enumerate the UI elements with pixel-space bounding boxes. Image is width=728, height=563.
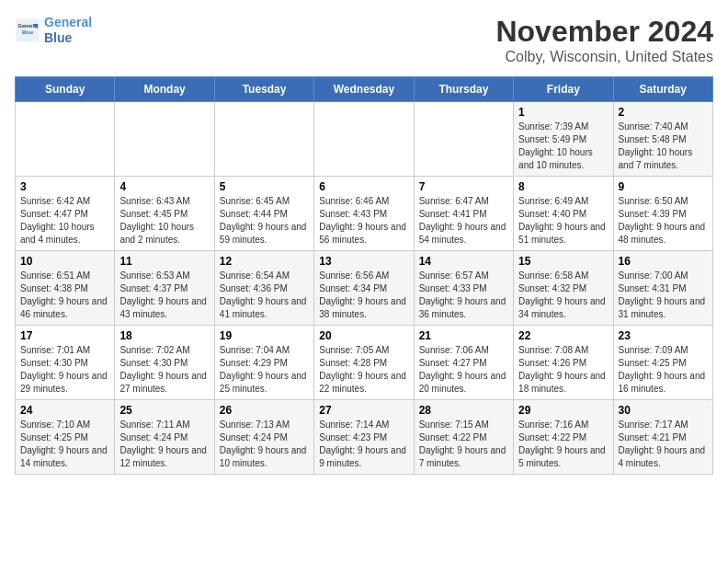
calendar-cell: 27Sunrise: 7:14 AM Sunset: 4:23 PM Dayli… <box>314 400 414 475</box>
day-number: 17 <box>20 329 109 342</box>
day-info: Sunrise: 6:46 AM Sunset: 4:43 PM Dayligh… <box>319 195 408 247</box>
day-info: Sunrise: 6:54 AM Sunset: 4:36 PM Dayligh… <box>220 270 309 321</box>
day-number: 14 <box>419 255 508 268</box>
calendar-cell: 30Sunrise: 7:17 AM Sunset: 4:21 PM Dayli… <box>613 400 712 475</box>
day-info: Sunrise: 7:10 AM Sunset: 4:25 PM Dayligh… <box>20 419 109 470</box>
day-number: 1 <box>518 106 608 119</box>
day-number: 30 <box>619 404 708 417</box>
calendar-cell: 5Sunrise: 6:45 AM Sunset: 4:44 PM Daylig… <box>214 177 313 251</box>
calendar-cell: 25Sunrise: 7:11 AM Sunset: 4:24 PM Dayli… <box>115 400 214 475</box>
calendar-cell <box>214 102 313 177</box>
day-number: 29 <box>518 404 608 417</box>
day-info: Sunrise: 7:14 AM Sunset: 4:23 PM Dayligh… <box>319 419 408 470</box>
calendar-cell: 20Sunrise: 7:05 AM Sunset: 4:28 PM Dayli… <box>314 326 414 400</box>
calendar-table: SundayMondayTuesdayWednesdayThursdayFrid… <box>15 76 713 475</box>
day-number: 22 <box>518 329 608 342</box>
day-info: Sunrise: 6:43 AM Sunset: 4:45 PM Dayligh… <box>119 195 209 247</box>
logo-icon: General Blue <box>15 17 40 43</box>
day-info: Sunrise: 7:01 AM Sunset: 4:30 PM Dayligh… <box>20 344 109 396</box>
calendar-cell: 28Sunrise: 7:15 AM Sunset: 4:22 PM Dayli… <box>414 400 513 475</box>
calendar-cell: 19Sunrise: 7:04 AM Sunset: 4:29 PM Dayli… <box>214 326 313 400</box>
day-info: Sunrise: 6:47 AM Sunset: 4:41 PM Dayligh… <box>419 195 508 247</box>
logo: General Blue General Blue <box>15 15 92 46</box>
day-number: 25 <box>119 404 209 417</box>
calendar-cell: 10Sunrise: 6:51 AM Sunset: 4:38 PM Dayli… <box>16 251 115 326</box>
day-number: 3 <box>20 180 109 193</box>
day-header-thursday: Thursday <box>414 77 513 102</box>
calendar-cell: 26Sunrise: 7:13 AM Sunset: 4:24 PM Dayli… <box>214 400 313 475</box>
day-info: Sunrise: 7:06 AM Sunset: 4:27 PM Dayligh… <box>419 344 508 396</box>
day-info: Sunrise: 6:51 AM Sunset: 4:38 PM Dayligh… <box>20 270 109 321</box>
title-area: November 2024 Colby, Wisconsin, United S… <box>495 15 713 65</box>
day-info: Sunrise: 7:05 AM Sunset: 4:28 PM Dayligh… <box>319 344 408 396</box>
day-header-wednesday: Wednesday <box>314 77 414 102</box>
day-info: Sunrise: 6:58 AM Sunset: 4:32 PM Dayligh… <box>518 270 608 321</box>
day-info: Sunrise: 7:00 AM Sunset: 4:31 PM Dayligh… <box>619 270 708 321</box>
day-info: Sunrise: 6:56 AM Sunset: 4:34 PM Dayligh… <box>319 270 408 321</box>
day-info: Sunrise: 7:16 AM Sunset: 4:22 PM Dayligh… <box>518 419 608 470</box>
calendar-cell: 18Sunrise: 7:02 AM Sunset: 4:30 PM Dayli… <box>115 326 214 400</box>
day-number: 28 <box>419 404 508 417</box>
day-info: Sunrise: 7:13 AM Sunset: 4:24 PM Dayligh… <box>220 419 309 470</box>
day-number: 15 <box>518 255 608 268</box>
day-info: Sunrise: 7:15 AM Sunset: 4:22 PM Dayligh… <box>419 419 508 470</box>
day-header-sunday: Sunday <box>16 77 115 102</box>
day-number: 9 <box>619 180 708 193</box>
logo-text: General Blue <box>44 15 92 46</box>
day-header-friday: Friday <box>514 77 613 102</box>
calendar-cell: 29Sunrise: 7:16 AM Sunset: 4:22 PM Dayli… <box>514 400 613 475</box>
calendar-cell: 17Sunrise: 7:01 AM Sunset: 4:30 PM Dayli… <box>16 326 115 400</box>
header: General Blue General Blue November 2024 … <box>15 15 713 65</box>
day-info: Sunrise: 6:45 AM Sunset: 4:44 PM Dayligh… <box>220 195 309 247</box>
day-number: 10 <box>20 255 109 268</box>
day-info: Sunrise: 7:17 AM Sunset: 4:21 PM Dayligh… <box>619 419 708 470</box>
calendar-cell: 8Sunrise: 6:49 AM Sunset: 4:40 PM Daylig… <box>514 177 613 251</box>
day-header-saturday: Saturday <box>613 77 712 102</box>
day-header-monday: Monday <box>115 77 214 102</box>
day-number: 20 <box>319 329 408 342</box>
day-info: Sunrise: 7:39 AM Sunset: 5:49 PM Dayligh… <box>518 121 608 172</box>
calendar-cell: 9Sunrise: 6:50 AM Sunset: 4:39 PM Daylig… <box>613 177 712 251</box>
day-number: 6 <box>319 180 408 193</box>
day-info: Sunrise: 6:53 AM Sunset: 4:37 PM Dayligh… <box>119 270 209 321</box>
day-number: 27 <box>319 404 408 417</box>
day-info: Sunrise: 6:49 AM Sunset: 4:40 PM Dayligh… <box>518 195 608 247</box>
day-number: 13 <box>319 255 408 268</box>
calendar-cell <box>16 102 115 177</box>
calendar-cell: 7Sunrise: 6:47 AM Sunset: 4:41 PM Daylig… <box>414 177 513 251</box>
calendar-cell <box>115 102 214 177</box>
day-number: 19 <box>220 329 309 342</box>
day-number: 8 <box>518 180 608 193</box>
day-number: 18 <box>119 329 209 342</box>
calendar-cell: 3Sunrise: 6:42 AM Sunset: 4:47 PM Daylig… <box>16 177 115 251</box>
day-number: 12 <box>220 255 309 268</box>
calendar-cell: 11Sunrise: 6:53 AM Sunset: 4:37 PM Dayli… <box>115 251 214 326</box>
day-header-tuesday: Tuesday <box>214 77 313 102</box>
day-number: 7 <box>419 180 508 193</box>
day-info: Sunrise: 6:42 AM Sunset: 4:47 PM Dayligh… <box>20 195 109 247</box>
day-info: Sunrise: 7:40 AM Sunset: 5:48 PM Dayligh… <box>619 121 708 172</box>
calendar-cell: 4Sunrise: 6:43 AM Sunset: 4:45 PM Daylig… <box>115 177 214 251</box>
calendar-cell: 24Sunrise: 7:10 AM Sunset: 4:25 PM Dayli… <box>16 400 115 475</box>
calendar-cell: 23Sunrise: 7:09 AM Sunset: 4:25 PM Dayli… <box>613 326 712 400</box>
day-number: 21 <box>419 329 508 342</box>
calendar-cell: 14Sunrise: 6:57 AM Sunset: 4:33 PM Dayli… <box>414 251 513 326</box>
day-number: 2 <box>619 106 708 119</box>
calendar-cell: 21Sunrise: 7:06 AM Sunset: 4:27 PM Dayli… <box>414 326 513 400</box>
day-info: Sunrise: 7:09 AM Sunset: 4:25 PM Dayligh… <box>619 344 708 396</box>
day-number: 24 <box>20 404 109 417</box>
calendar-cell: 12Sunrise: 6:54 AM Sunset: 4:36 PM Dayli… <box>214 251 313 326</box>
day-info: Sunrise: 7:04 AM Sunset: 4:29 PM Dayligh… <box>220 344 309 396</box>
calendar-cell: 1Sunrise: 7:39 AM Sunset: 5:49 PM Daylig… <box>514 102 613 177</box>
page-subtitle: Colby, Wisconsin, United States <box>495 49 713 65</box>
calendar-cell <box>414 102 513 177</box>
day-info: Sunrise: 6:50 AM Sunset: 4:39 PM Dayligh… <box>619 195 708 247</box>
day-info: Sunrise: 7:08 AM Sunset: 4:26 PM Dayligh… <box>518 344 608 396</box>
day-number: 4 <box>119 180 209 193</box>
calendar-cell: 16Sunrise: 7:00 AM Sunset: 4:31 PM Dayli… <box>613 251 712 326</box>
page-title: November 2024 <box>495 15 713 49</box>
day-number: 16 <box>619 255 708 268</box>
calendar-cell: 15Sunrise: 6:58 AM Sunset: 4:32 PM Dayli… <box>514 251 613 326</box>
day-number: 23 <box>619 329 708 342</box>
calendar-cell: 2Sunrise: 7:40 AM Sunset: 5:48 PM Daylig… <box>613 102 712 177</box>
